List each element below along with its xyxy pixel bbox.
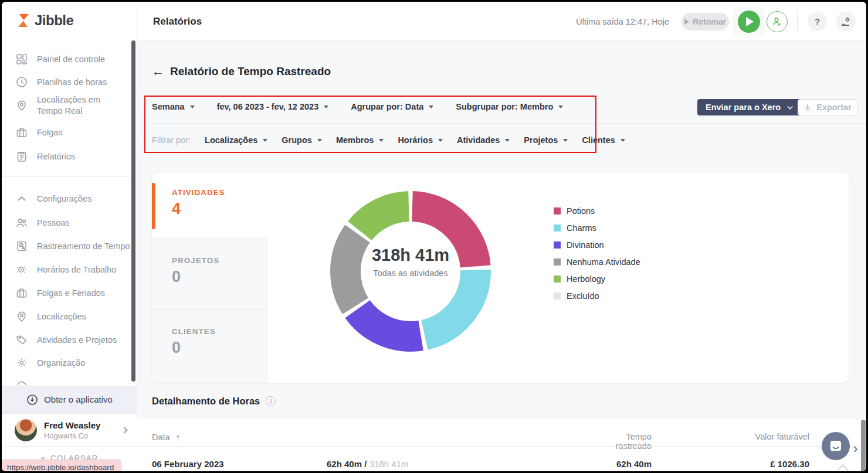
report-title: Relatório de Tempo Rastreado xyxy=(170,65,331,78)
sidebar-item-pessoas[interactable]: Pessoas xyxy=(2,217,132,229)
legend-item-nenhuma-atividade[interactable]: Nenhuma Atividade xyxy=(554,257,640,267)
filter-label: Clientes xyxy=(582,135,615,145)
filter-grupos-dropdown[interactable]: Grupos xyxy=(282,135,322,145)
tab-count: 4 xyxy=(172,200,181,218)
sidebar-item-folgas-e-feriados[interactable]: Folgas e Feriados xyxy=(2,287,132,299)
legend-label: Potions xyxy=(567,206,595,216)
send-to-xero-button[interactable]: Enviar para o Xero xyxy=(697,99,801,115)
info-icon[interactable]: i xyxy=(266,396,276,406)
tag-icon xyxy=(16,334,28,346)
sidebar-item-planilhas-de-horas[interactable]: Planilhas de horas xyxy=(2,76,132,88)
chevron-down-icon xyxy=(317,139,322,142)
main-scrollbar[interactable] xyxy=(861,420,866,473)
tab-count: 0 xyxy=(172,339,181,357)
download-icon xyxy=(26,394,38,406)
legend-item-excluído[interactable]: Excluído xyxy=(554,291,640,301)
sidebar-item-localizacoes[interactable]: Localizações xyxy=(2,311,132,322)
tab-count: 0 xyxy=(172,268,181,286)
sidebar-item-rastreamento-de-tempo[interactable]: Rastreamento de Tempo xyxy=(2,240,132,252)
filter-projetos-dropdown[interactable]: Projetos xyxy=(524,135,568,145)
clock-in-play-button[interactable] xyxy=(738,11,760,33)
filter-localizacoes-dropdown[interactable]: Localizações xyxy=(205,135,267,145)
period-value: Semana xyxy=(152,102,185,111)
sidebar-item-painel-de-controle[interactable]: Painel de controle xyxy=(2,53,132,65)
date-range-dropdown[interactable]: fev, 06 2023 - fev, 12 2023 xyxy=(217,102,329,111)
legend-item-herbology[interactable]: Herbology xyxy=(554,274,640,284)
sidebar-scrollbar[interactable] xyxy=(131,40,135,382)
column-header-data[interactable]: Data ↑ xyxy=(152,432,180,442)
user-menu[interactable]: Fred Weasley Hogwarts Co xyxy=(2,413,137,446)
help-button[interactable]: ? xyxy=(808,12,827,31)
legend-label: Nenhuma Atividade xyxy=(567,257,640,267)
back-arrow-button[interactable]: ← xyxy=(152,64,164,79)
sidebar-item-label: Rastreamento de Tempo xyxy=(37,241,130,252)
filter-atividades-dropdown[interactable]: Atividades xyxy=(457,135,510,145)
period-dropdown[interactable]: Semana xyxy=(152,102,195,111)
group-by-dropdown[interactable]: Agrupar por: Data xyxy=(351,102,433,111)
filter-clientes-dropdown[interactable]: Clientes xyxy=(582,135,625,145)
clipboard-icon xyxy=(16,151,28,162)
column-header-tempo-rastreado[interactable]: Tempo rastreado xyxy=(589,432,652,451)
chevron-down-icon xyxy=(190,106,195,108)
play-icon xyxy=(746,17,754,26)
table-divider xyxy=(137,446,861,447)
filter-label: Horários xyxy=(398,135,433,145)
filter-horarios-dropdown[interactable]: Horários xyxy=(398,135,443,145)
sidebar-item-organizacao[interactable]: Organização xyxy=(2,357,132,369)
filter-label: Localizações xyxy=(205,135,257,145)
chevron-down-icon xyxy=(263,139,267,142)
attendance-status-button[interactable] xyxy=(767,11,788,32)
row-date[interactable]: 06 February 2023 xyxy=(152,459,224,469)
filter-row: Filtrar por: Localizações Grupos Membros… xyxy=(152,135,625,145)
row-collapse-caret-icon[interactable] xyxy=(837,464,849,473)
play-icon xyxy=(684,19,689,25)
row-total-part: 318h 41m xyxy=(369,459,409,469)
sidebar-item-label: Pessoas xyxy=(37,217,70,229)
sidebar-item-label: Folgas e Feriados xyxy=(37,288,105,299)
legend-item-charms[interactable]: Charms xyxy=(554,223,640,233)
sidebar-section-configuracoes[interactable]: Configurações xyxy=(2,193,132,205)
briefcase-icon xyxy=(16,127,28,138)
sidebar: Jibble Painel de controle Planilhas de h… xyxy=(2,2,137,473)
table-scroll-right-arrow[interactable]: › xyxy=(853,441,857,457)
chat-widget-button[interactable] xyxy=(822,432,850,460)
sidebar-item-label: Localizações xyxy=(37,311,86,322)
sidebar-item-folgas[interactable]: Folgas xyxy=(2,127,132,138)
sidebar-item-localizacoes-tempo-real[interactable]: Localizações em Tempo Real xyxy=(2,94,132,117)
column-label: Data xyxy=(152,433,170,442)
get-app-button[interactable]: Obter o aplicativo xyxy=(2,386,137,413)
subgroup-by-value: Subgrupar por: Membro xyxy=(456,102,553,111)
chevron-down-icon xyxy=(438,139,443,142)
hours-breakdown-table: Data ↑ Tempo rastreado Valor faturável 0… xyxy=(137,419,861,473)
chevron-down-icon xyxy=(787,104,793,110)
integrations-button[interactable] xyxy=(836,12,856,31)
legend-swatch xyxy=(554,292,561,300)
sidebar-item-relatorios[interactable]: Relatórios xyxy=(2,151,132,162)
subgroup-by-dropdown[interactable]: Subgrupar por: Membro xyxy=(456,102,563,111)
tab-atividades[interactable]: ATIVIDADES 4 xyxy=(152,173,268,238)
chevron-up-icon xyxy=(16,193,28,205)
legend-item-divination[interactable]: Divination xyxy=(554,240,640,250)
column-header-valor-faturavel[interactable]: Valor faturável xyxy=(724,432,809,441)
sidebar-item-atividades-e-projetos[interactable]: Atividades e Projetos xyxy=(2,334,132,346)
legend-label: Herbology xyxy=(567,274,605,284)
legend-swatch xyxy=(554,241,561,249)
tab-label: PROJETOS xyxy=(172,256,219,265)
sidebar-item-label: Organização xyxy=(37,358,85,369)
tab-clientes[interactable]: CLIENTES 0 xyxy=(152,309,268,383)
sidebar-item-horarios-de-trabalho[interactable]: Horários de Trabalho xyxy=(2,264,132,275)
location-pin-icon xyxy=(16,311,28,322)
jibble-logo-icon xyxy=(16,13,31,28)
tab-projetos[interactable]: PROJETOS 0 xyxy=(152,238,268,309)
top-bar-divider xyxy=(797,11,798,32)
export-button[interactable]: Exportar xyxy=(798,99,857,115)
person-check-icon xyxy=(771,16,783,28)
filter-label: Projetos xyxy=(524,135,558,145)
legend-item-potions[interactable]: Potions xyxy=(554,206,640,216)
filter-membros-dropdown[interactable]: Membros xyxy=(336,135,384,145)
resume-button[interactable]: Retomar xyxy=(681,13,729,30)
legend-label: Charms xyxy=(567,223,596,233)
jibble-logo[interactable]: Jibble xyxy=(16,12,73,29)
jibble-logo-text: Jibble xyxy=(35,12,73,29)
row-valor-faturavel: £ 1026.30 xyxy=(724,459,809,469)
